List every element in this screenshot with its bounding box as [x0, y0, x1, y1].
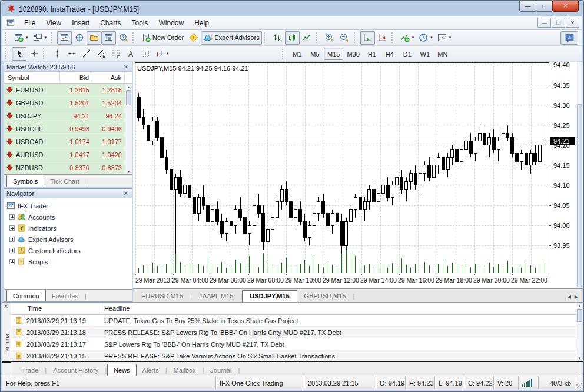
- chart-tab--aapl-m15[interactable]: #AAPL,M15: [192, 291, 241, 302]
- expand-plus-icon[interactable]: [9, 225, 15, 231]
- market-watch-row[interactable]: AUDUSD1.04171.0420: [4, 148, 125, 161]
- news-row[interactable]: 2013/03/29 21:13:18PRESS RELEASE: S&P Lo…: [11, 327, 576, 338]
- minimize-button[interactable]: —: [519, 1, 536, 12]
- mdi-restore-button[interactable]: ❐: [552, 18, 565, 28]
- tab-alerts[interactable]: Alerts: [137, 366, 165, 376]
- timeframe-d1[interactable]: D1: [399, 48, 416, 60]
- chart-tab-gbpusd-m15[interactable]: GBPUSD,M15: [297, 291, 353, 302]
- scroll-up-icon[interactable]: ▲: [576, 303, 583, 309]
- scroll-thumb[interactable]: [577, 309, 582, 322]
- menu-view[interactable]: View: [41, 17, 67, 29]
- tree-item-expert-advisors[interactable]: Expert Advisors: [6, 234, 132, 245]
- new-chart-button[interactable]: ▾: [12, 31, 31, 45]
- chart-tab-usdjpy-m15[interactable]: USDJPY,M15: [242, 290, 297, 302]
- expand-plus-icon[interactable]: [9, 237, 15, 242]
- tab-scroll-right-icon[interactable]: ▶: [575, 294, 578, 300]
- chart-canvas[interactable]: 94.4094.3594.3094.2594.2094.1594.1094.05…: [133, 62, 576, 288]
- tree-item-scripts[interactable]: Scripts: [6, 256, 132, 267]
- news-row[interactable]: 2013/03/29 21:13:17S&P Lowers Rtg To 'BB…: [11, 338, 576, 350]
- market-watch-row[interactable]: NZDUSD0.83700.8373: [4, 161, 125, 174]
- auto-scroll-toggle[interactable]: [360, 31, 375, 45]
- tree-root-ifx-trader[interactable]: IFX Trader: [6, 200, 132, 211]
- candlestick-chart-button[interactable]: [285, 31, 300, 45]
- arrows-tool[interactable]: ▾: [152, 47, 171, 61]
- column-time[interactable]: Time: [11, 303, 99, 314]
- zoom-in-button[interactable]: [323, 31, 337, 45]
- column-ask[interactable]: Ask: [92, 72, 125, 83]
- tab-journal[interactable]: Journal: [204, 366, 237, 376]
- close-button[interactable]: ×: [552, 1, 579, 12]
- timeframe-m30[interactable]: M30: [343, 48, 363, 60]
- vertical-line-tool[interactable]: [49, 47, 64, 61]
- market-watch-row[interactable]: GBPUSD1.52011.5204: [4, 97, 125, 109]
- tab-scroll-left-icon[interactable]: ◀: [568, 294, 571, 300]
- text-tool[interactable]: A: [123, 47, 138, 61]
- news-row[interactable]: 2013/03/29 21:13:19UPDATE: Tokyo Gas To …: [11, 315, 576, 327]
- market-watch-row[interactable]: USDCAD1.01741.0177: [4, 135, 125, 148]
- resize-grip[interactable]: [575, 376, 583, 390]
- maximize-button[interactable]: □: [536, 1, 553, 12]
- trendline-tool[interactable]: [79, 47, 94, 61]
- profiles-button[interactable]: ▾: [31, 31, 49, 45]
- terminal-scrollbar[interactable]: ▲ ▼: [576, 303, 583, 361]
- timeframe-w1[interactable]: W1: [416, 48, 434, 60]
- market-watch-scrollbar[interactable]: ▲ ▼: [125, 84, 132, 175]
- expert-advisors-toggle[interactable]: Expert Advisors: [201, 31, 261, 45]
- expand-plus-icon[interactable]: [9, 214, 15, 220]
- tab-favorites[interactable]: Favorites: [46, 291, 84, 301]
- navigator-close-icon[interactable]: ✕: [122, 191, 130, 197]
- chart-scroll-thumb[interactable]: [577, 104, 582, 287]
- timeframe-m1[interactable]: M1: [288, 48, 306, 60]
- terminal-toggle[interactable]: [101, 31, 116, 45]
- tab-symbols[interactable]: Symbols: [6, 175, 44, 187]
- data-window-button[interactable]: [72, 31, 87, 45]
- tab-trade[interactable]: Trade: [16, 366, 44, 376]
- cursor-tool[interactable]: [12, 47, 26, 61]
- menu-file[interactable]: File: [19, 17, 41, 29]
- strategy-tester-button[interactable]: [116, 31, 131, 45]
- line-chart-button[interactable]: [300, 31, 314, 45]
- menu-help[interactable]: Help: [189, 17, 214, 29]
- mdi-minimize-button[interactable]: —: [537, 18, 551, 28]
- indicators-button[interactable]: ▾: [398, 31, 417, 45]
- mdi-close-button[interactable]: ✕: [566, 18, 579, 28]
- timeframe-m15[interactable]: M15: [324, 48, 343, 60]
- terminal-close-icon[interactable]: ✕: [4, 304, 8, 310]
- column-bid[interactable]: Bid: [60, 72, 92, 83]
- expand-plus-icon[interactable]: [9, 248, 15, 253]
- templates-button[interactable]: ▾: [435, 31, 454, 45]
- tab-account-history[interactable]: Account History: [47, 366, 104, 376]
- tab-common[interactable]: Common: [6, 290, 46, 301]
- fibonacci-tool[interactable]: F: [108, 47, 123, 61]
- market-watch-row[interactable]: EURUSD1.28151.2818: [4, 84, 125, 97]
- text-label-tool[interactable]: T: [138, 47, 152, 61]
- zoom-out-button[interactable]: [337, 31, 352, 45]
- market-watch-row[interactable]: USDJPY94.2194.24: [4, 109, 125, 122]
- market-watch-row[interactable]: USDCHF0.94930.9496: [4, 122, 125, 135]
- column-headline[interactable]: Headline: [99, 305, 576, 312]
- titlebar[interactable]: 1020890: InstaTrader - [USDJPY,M15]: [2, 2, 582, 16]
- tree-item-accounts[interactable]: Accounts: [6, 211, 132, 222]
- new-order-button[interactable]: New Order: [139, 31, 186, 45]
- scroll-down-icon[interactable]: ▼: [576, 357, 583, 360]
- comments-button[interactable]: 4: [560, 31, 578, 45]
- navigator-toggle[interactable]: [87, 31, 101, 45]
- timeframe-m5[interactable]: M5: [306, 48, 324, 60]
- column-symbol[interactable]: Symbol: [4, 72, 60, 83]
- menu-window[interactable]: Window: [154, 17, 190, 29]
- scroll-thumb[interactable]: [126, 90, 131, 105]
- bar-chart-button[interactable]: [270, 31, 285, 45]
- tab-tick-chart[interactable]: Tick Chart: [44, 177, 85, 187]
- chart-scrollbar[interactable]: [576, 62, 583, 288]
- alert-button[interactable]: !: [186, 31, 201, 45]
- tab-mailbox[interactable]: Mailbox: [168, 366, 202, 376]
- tree-item-custom-indicators[interactable]: fCustom Indicators: [6, 245, 132, 256]
- scroll-up-icon[interactable]: ▲: [125, 84, 132, 90]
- menu-charts[interactable]: Charts: [95, 17, 126, 29]
- horizontal-line-tool[interactable]: [64, 47, 79, 61]
- timeframe-h4[interactable]: H4: [381, 48, 399, 60]
- chart-tab-eurusd-m15[interactable]: EURUSD,M15: [134, 291, 190, 302]
- timeframe-mn[interactable]: MN: [434, 48, 452, 60]
- crosshair-tool[interactable]: [26, 47, 41, 61]
- tab-news[interactable]: News: [107, 364, 137, 376]
